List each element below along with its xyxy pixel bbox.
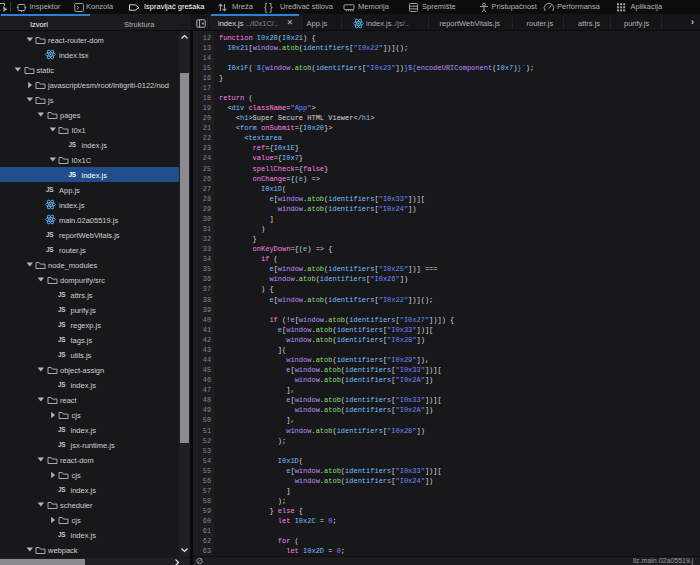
svg-text:{ }: { } [264,2,273,13]
